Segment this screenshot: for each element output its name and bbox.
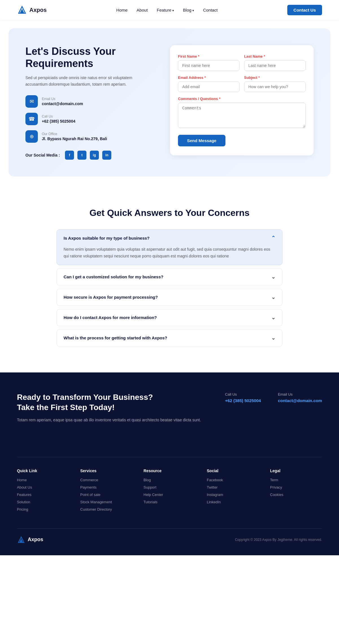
twitter-button[interactable]: t (77, 151, 86, 160)
linkedin-button[interactable]: in (102, 151, 111, 160)
contact-section: Let's Discuss Your Requirements Sed ut p… (8, 28, 331, 177)
footer-link-linkedin[interactable]: LinkedIn (207, 500, 221, 504)
comments-group: Comments / Questions * (178, 97, 306, 128)
footer-link-helpcenter[interactable]: Help Center (144, 493, 163, 497)
nav-contact[interactable]: Contact (203, 8, 218, 12)
footer-legal-heading: Legal (270, 469, 322, 473)
faq-toggle-2: ⌄ (271, 274, 275, 280)
first-name-label: First Name * (178, 54, 240, 58)
cta-call-label: Call Us (225, 392, 261, 396)
facebook-button[interactable]: f (65, 151, 74, 160)
nav-feature[interactable]: Feature (157, 8, 174, 12)
subject-group: Subject * (244, 75, 306, 92)
subject-input[interactable] (244, 81, 306, 92)
faq-question-4[interactable]: How do I contact Axpos for more informat… (57, 309, 282, 326)
footer-link-solution[interactable]: Solution (17, 500, 30, 504)
footer-quicklink-heading: Quick Link (17, 469, 69, 473)
cta-call-value: +62 (385) 5025004 (225, 398, 261, 403)
contact-description: Sed ut perspiciatis unde omnis iste natu… (25, 75, 153, 87)
footer-link-pricing[interactable]: Pricing (17, 507, 28, 511)
phone-value: +62 (385) 5025004 (42, 119, 75, 123)
nav-cta-button[interactable]: Contact Us (287, 5, 322, 15)
first-name-input[interactable] (178, 60, 240, 71)
office-value: Jl. Bypass Ngurah Rai No.279, Bali (42, 136, 107, 141)
email-label: Email Us (42, 97, 83, 101)
footer-link-pos[interactable]: Point of sale (80, 493, 101, 497)
office-label: Our Office (42, 132, 107, 136)
footer-logo: Axpos (17, 535, 43, 544)
cta-left: Ready to Transform Your Business?Take th… (17, 392, 214, 423)
social-row: Our Social Media : f t ig in (25, 151, 153, 160)
footer-link-customer[interactable]: Customer Directory (80, 507, 112, 511)
faq-question-5[interactable]: What is the process for getting started … (57, 330, 282, 346)
footer-social-heading: Social (207, 469, 259, 473)
last-name-label: Last Name * (244, 54, 306, 58)
footer-logo-icon (17, 535, 25, 544)
footer-bottom: Axpos Copyright © 2023 Axpos By Jegtheme… (17, 528, 322, 544)
footer-link-instagram[interactable]: Instagram (207, 493, 223, 497)
faq-heading: Get Quick Answers to Your Concerns (56, 208, 282, 218)
nav-blog[interactable]: Blog (183, 8, 194, 12)
footer-link-facebook[interactable]: Facebook (207, 478, 223, 482)
contact-heading: Let's Discuss Your Requirements (25, 45, 153, 70)
comments-textarea[interactable] (178, 103, 306, 128)
contact-office-item: ⊕ Our Office Jl. Bypass Ngurah Rai No.27… (25, 130, 153, 143)
phone-icon: ☎ (25, 113, 38, 125)
contact-phone-item: ☎ Call Us +62 (385) 5025004 (25, 113, 153, 125)
footer-col-resource: Resource Blog Support Help Center Tutori… (144, 469, 195, 514)
contact-email-item: ✉ Email Us contact@domain.com (25, 95, 153, 108)
email-value: contact@domain.com (42, 101, 83, 106)
faq-question-2[interactable]: Can I get a customized solution for my b… (57, 269, 282, 285)
footer-col-legal: Legal Term Privacy Cookies (270, 469, 322, 514)
footer-link-cookies[interactable]: Cookies (270, 493, 283, 497)
footer-link-commerce[interactable]: Commerce (80, 478, 98, 482)
email-input[interactable] (178, 81, 240, 92)
email-form-label: Email Address * (178, 75, 240, 80)
faq-question-3[interactable]: How secure is Axpos for payment processi… (57, 289, 282, 305)
faq-toggle-3: ⌄ (271, 294, 275, 300)
cta-email-label: Email Us (278, 392, 322, 396)
footer-link-home[interactable]: Home (17, 478, 27, 482)
footer-link-about[interactable]: About Us (17, 485, 32, 489)
nav-about[interactable]: About (137, 8, 148, 12)
footer-link-features[interactable]: Features (17, 493, 31, 497)
name-row: First Name * Last Name * (178, 54, 306, 71)
faq-item-1: Is Axpos suitable for my type of busines… (56, 229, 282, 265)
contact-form: First Name * Last Name * Email Address * (170, 45, 314, 155)
footer-link-stock[interactable]: Stock Management (80, 500, 112, 504)
subject-label: Subject * (244, 75, 306, 80)
footer-link-twitter[interactable]: Twitter (207, 485, 218, 489)
cta-description: Totam rem aperiam, eaque ipsa quae ab il… (17, 417, 214, 423)
nav-home[interactable]: Home (116, 8, 128, 12)
faq-answer-1: Nemo enim ipsam voluptatem quia voluptas… (57, 246, 282, 265)
faq-question-1[interactable]: Is Axpos suitable for my type of busines… (57, 230, 282, 246)
last-name-group: Last Name * (244, 54, 306, 71)
instagram-button[interactable]: ig (90, 151, 99, 160)
footer-link-privacy[interactable]: Privacy (270, 485, 282, 489)
footer-resource-heading: Resource (144, 469, 195, 473)
email-subject-row: Email Address * Subject * (178, 75, 306, 92)
last-name-input[interactable] (244, 60, 306, 71)
brand-name: Axpos (29, 7, 47, 13)
navbar: Axpos Home About Feature Blog Contact Co… (0, 0, 339, 20)
faq-toggle-1: ⌃ (271, 235, 275, 241)
footer-link-support[interactable]: Support (144, 485, 157, 489)
footer-link-payments[interactable]: Payments (80, 485, 97, 489)
faq-section: Get Quick Answers to Your Concerns Is Ax… (0, 185, 339, 372)
footer-link-blog[interactable]: Blog (144, 478, 151, 482)
footer-brand-name: Axpos (28, 537, 43, 543)
brand-logo[interactable]: Axpos (17, 5, 47, 15)
faq-item-2: Can I get a customized solution for my b… (56, 268, 282, 285)
cta-section: Ready to Transform Your Business?Take th… (0, 372, 339, 443)
footer-col-quicklink: Quick Link Home About Us Features Soluti… (17, 469, 69, 514)
faq-item-5: What is the process for getting started … (56, 329, 282, 346)
footer-link-term[interactable]: Term (270, 478, 278, 482)
email-icon: ✉ (25, 95, 38, 108)
footer-grid: Quick Link Home About Us Features Soluti… (17, 457, 322, 514)
faq-item-3: How secure is Axpos for payment processi… (56, 289, 282, 306)
footer-col-social: Social Facebook Twitter Instagram Linked… (207, 469, 259, 514)
send-message-button[interactable]: Send Message (178, 135, 225, 146)
cta-email-value: contact@domain.com (278, 398, 322, 403)
social-label: Our Social Media : (25, 153, 60, 157)
footer-link-tutorials[interactable]: Tutorials (144, 500, 157, 504)
